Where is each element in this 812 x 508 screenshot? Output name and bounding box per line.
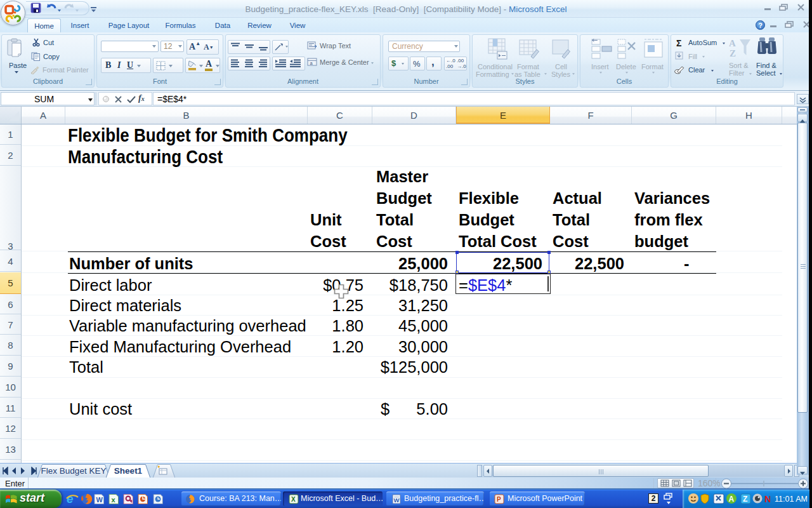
- svg-text:Z: Z: [743, 495, 747, 504]
- svg-text:N: N: [764, 493, 770, 504]
- svg-text:P: P: [497, 496, 501, 503]
- svg-text:W: W: [394, 497, 400, 504]
- svg-text:e: e: [67, 492, 74, 505]
- svg-text:W: W: [96, 496, 103, 504]
- svg-text:A: A: [729, 495, 735, 504]
- svg-text:X: X: [291, 496, 296, 503]
- svg-text:x: x: [112, 496, 116, 504]
- svg-text:Z: Z: [730, 48, 736, 58]
- svg-text:A: A: [729, 38, 736, 48]
